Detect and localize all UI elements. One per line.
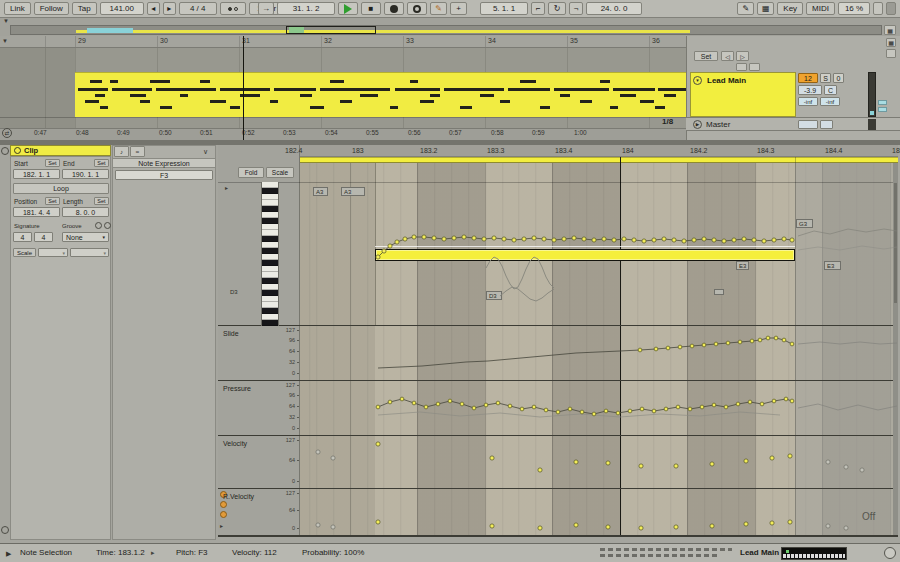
- bar-number-label: 30: [160, 37, 168, 44]
- lane-scale-label: 0: [276, 479, 295, 485]
- arrangement-midi-note[interactable]: [160, 106, 172, 109]
- lane-scale-tick: [297, 493, 299, 494]
- arrangement-midi-note[interactable]: [640, 100, 654, 103]
- arrangement-midi-note[interactable]: [520, 80, 536, 83]
- arrangement-midi-note[interactable]: [620, 94, 636, 97]
- lane-scale-tick: [297, 340, 299, 341]
- lane-scale-label: 127: [276, 491, 295, 497]
- arrangement-midi-note[interactable]: [340, 100, 352, 103]
- lane-scale-tick: [297, 428, 299, 429]
- arrangement-midi-note[interactable]: [230, 106, 240, 109]
- time-ruler-label: 0:55: [366, 130, 379, 137]
- lane-scale-label: 0: [276, 371, 295, 377]
- arrangement-midi-note[interactable]: [200, 80, 210, 83]
- status-info-text: [600, 554, 718, 557]
- piano-key-black[interactable]: [262, 320, 278, 326]
- lane-scale-label: 64: [276, 458, 295, 464]
- arrangement-midi-note[interactable]: [540, 106, 550, 109]
- playhead[interactable]: [243, 36, 244, 140]
- time-ruler-label: 0:56: [408, 130, 421, 137]
- lane-scale-tick: [297, 330, 299, 331]
- arrangement-midi-note[interactable]: [554, 88, 609, 91]
- arrangement-midi-note[interactable]: [100, 106, 108, 109]
- lane-scale-tick: [297, 440, 299, 441]
- beat-ruler-label: 183.3: [487, 147, 505, 154]
- arrangement-midi-note[interactable]: [480, 94, 494, 97]
- lane-scale-tick: [297, 510, 299, 511]
- arrangement-midi-note[interactable]: [180, 94, 188, 97]
- arrangement-midi-note[interactable]: [90, 80, 102, 83]
- arrangement-midi-note[interactable]: [508, 88, 550, 91]
- arrangement-midi-note[interactable]: [560, 94, 570, 97]
- help-ball-icon[interactable]: [884, 547, 896, 559]
- status-info-text: [600, 548, 732, 551]
- mini-keyboard: [783, 554, 845, 558]
- arrangement-midi-note[interactable]: [580, 100, 592, 103]
- arrangement-midi-note[interactable]: [310, 106, 324, 109]
- lane-scale-tick: [297, 417, 299, 418]
- arrangement-midi-note[interactable]: [78, 88, 108, 91]
- arrangement-midi-note[interactable]: [658, 88, 686, 91]
- lane-scale-tick: [297, 406, 299, 407]
- time-stepper-icon[interactable]: ▸: [151, 549, 155, 556]
- time-ruler-label: 0:53: [283, 130, 296, 137]
- midi-activity-led: [786, 550, 789, 553]
- arrangement-midi-note[interactable]: [270, 100, 278, 103]
- arrangement-midi-note[interactable]: [150, 80, 170, 83]
- arrangement-midi-note[interactable]: [95, 94, 105, 97]
- arrangement-midi-note[interactable]: [600, 80, 610, 83]
- arrangement-midi-note[interactable]: [420, 100, 434, 103]
- arrangement-midi-note[interactable]: [500, 100, 510, 103]
- ableton-live-window: Link Follow Tap 141.00 ◂ ▸ 4 / 4 1 Bar →…: [0, 0, 900, 562]
- arrangement-midi-note[interactable]: [390, 106, 398, 109]
- lane-scale-tick: [297, 481, 299, 482]
- beat-ruler-label: 184.2: [690, 147, 708, 154]
- bar-number-label: 34: [488, 37, 496, 44]
- arrangement-midi-note[interactable]: [360, 94, 378, 97]
- arrangement-midi-note[interactable]: [85, 100, 99, 103]
- arrangement-midi-note[interactable]: [330, 80, 344, 83]
- time-ruler-label: 0:51: [200, 130, 213, 137]
- time-ruler-label: 1:00: [574, 130, 587, 137]
- arrangement-midi-note[interactable]: [320, 88, 390, 91]
- bar-number-label: 35: [570, 37, 578, 44]
- lane-name-label: Velocity: [223, 440, 247, 447]
- arrangement-midi-note[interactable]: [220, 88, 270, 91]
- lane-scale-tick: [297, 362, 299, 363]
- lane-name-label: R.Velocity: [223, 493, 254, 500]
- status-track-name: Lead Main: [740, 549, 779, 557]
- lane-scale-label: 127: [276, 438, 295, 444]
- arrangement-midi-note[interactable]: [274, 88, 316, 91]
- arrangement-midi-note[interactable]: [610, 106, 618, 109]
- lane-scale-label: 32: [276, 360, 295, 366]
- time-ruler-label: 0:48: [76, 130, 89, 137]
- arrangement-midi-note[interactable]: [395, 88, 440, 91]
- arrangement-midi-note[interactable]: [112, 88, 152, 91]
- lane-scale-tick: [297, 460, 299, 461]
- lane-name-label: Pressure: [223, 385, 251, 392]
- lane-scale-label: 96: [276, 393, 295, 399]
- midi-keyboard-display[interactable]: [781, 547, 847, 560]
- lane-scale-tick: [297, 395, 299, 396]
- lane-scale-label: 127: [276, 383, 295, 389]
- arrangement-midi-note[interactable]: [613, 88, 655, 91]
- arrangement-midi-note[interactable]: [110, 80, 118, 83]
- arrangement-midi-note[interactable]: [210, 100, 226, 103]
- bar-number-label: 33: [406, 37, 414, 44]
- arrangement-midi-note[interactable]: [130, 94, 146, 97]
- status-expand-icon[interactable]: ▶: [6, 550, 11, 557]
- arrangement-midi-note[interactable]: [460, 106, 472, 109]
- lane-scale-tick: [297, 528, 299, 529]
- arrangement-midi-note[interactable]: [664, 94, 676, 97]
- lane-name-label: Slide: [223, 330, 239, 337]
- status-bar: ▶ Note Selection Time: 183.1.2 ▸ Pitch: …: [0, 543, 900, 562]
- arrangement-midi-note[interactable]: [655, 106, 665, 109]
- arrangement-midi-note[interactable]: [444, 88, 504, 91]
- arrangement-midi-note[interactable]: [140, 100, 150, 103]
- arrangement-midi-note[interactable]: [410, 80, 418, 83]
- beat-ruler-label: 184: [622, 147, 634, 154]
- arrangement-midi-note[interactable]: [300, 94, 312, 97]
- bar-number-label: 32: [324, 37, 332, 44]
- arrangement-midi-note[interactable]: [430, 94, 440, 97]
- arrangement-midi-note[interactable]: [156, 88, 216, 91]
